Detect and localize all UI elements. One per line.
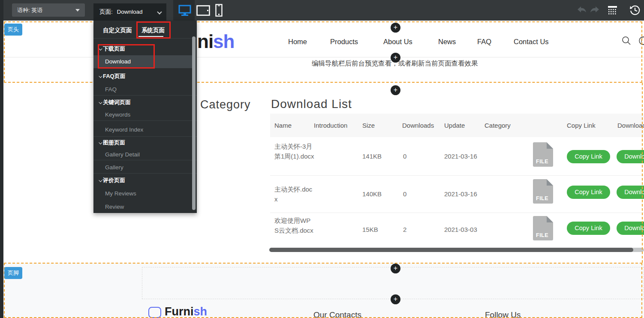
table-row: 主动关怀.docx 140KB 0 2021-03-16 FILE Copy L… bbox=[270, 176, 644, 213]
chevron-down-icon bbox=[157, 9, 162, 14]
menu-item-download[interactable]: Download bbox=[93, 55, 193, 68]
menu-group-review-pages[interactable]: 评价页面 bbox=[99, 177, 125, 184]
page-selector-value: Download bbox=[117, 9, 143, 15]
file-fold-corner bbox=[547, 216, 553, 222]
header-region-badge[interactable]: 页头 bbox=[4, 24, 22, 36]
col-header-category: Category bbox=[485, 122, 511, 129]
footer-logo-text-dark: Furni bbox=[165, 305, 194, 318]
copy-link-button[interactable]: Copy Link bbox=[567, 222, 610, 235]
file-type-icon: FILE bbox=[533, 179, 553, 204]
file-size: 15KB bbox=[362, 226, 378, 233]
add-section-button[interactable]: + bbox=[391, 85, 400, 95]
table-hscrollbar-thumb[interactable] bbox=[269, 248, 633, 252]
caret-down-icon bbox=[75, 9, 80, 12]
file-update-date: 2021-03-16 bbox=[444, 190, 477, 198]
menu-group-gallery-pages[interactable]: 图册页面 bbox=[99, 139, 125, 147]
file-downloads: 0 bbox=[403, 153, 406, 160]
download-button[interactable]: Download bbox=[617, 150, 644, 163]
menu-group-download-pages[interactable]: 下载页面 bbox=[99, 45, 125, 53]
col-header-download: Download bbox=[617, 122, 644, 129]
nav-item-contact-us[interactable]: Contact Us bbox=[514, 38, 549, 46]
chevron-down-icon bbox=[99, 47, 102, 50]
nav-item-news[interactable]: News bbox=[438, 38, 456, 46]
menu-item-keyword-index[interactable]: Keyword Index bbox=[93, 123, 193, 136]
undo-icon[interactable] bbox=[576, 6, 589, 18]
file-downloads: 2 bbox=[403, 226, 406, 233]
add-section-button[interactable]: + bbox=[391, 53, 400, 63]
chevron-down-icon bbox=[99, 178, 102, 182]
file-icon-label: FILE bbox=[536, 195, 548, 201]
download-list-heading: Download List bbox=[271, 97, 352, 111]
menu-item-keywords[interactable]: Keywords bbox=[93, 109, 193, 120]
file-downloads: 0 bbox=[403, 190, 406, 198]
file-name: 主动关怀.docx bbox=[274, 184, 315, 204]
file-icon-label: FILE bbox=[536, 232, 548, 238]
add-section-button[interactable]: + bbox=[391, 294, 400, 304]
col-header-downloads: Downloads bbox=[402, 122, 434, 129]
editor-toolbar: 语种: 英语 页面: Download bbox=[0, 0, 644, 21]
chevron-down-icon bbox=[99, 141, 102, 144]
add-section-button[interactable]: + bbox=[391, 264, 400, 273]
file-name: 主动关怀-3月第1周(1).docx bbox=[274, 141, 315, 161]
tab-system-pages[interactable]: 系统页面 bbox=[141, 27, 165, 34]
copy-link-button[interactable]: Copy Link bbox=[567, 186, 610, 199]
menu-group-faq-pages[interactable]: FAQ页面 bbox=[99, 72, 126, 80]
table-row: 主动关怀-3月第1周(1).docx 141KB 0 2021-03-16 FI… bbox=[270, 137, 644, 176]
language-selector[interactable]: 语种: 英语 bbox=[12, 3, 85, 17]
chevron-down-icon bbox=[99, 100, 102, 104]
footer-region-badge[interactable]: 页脚 bbox=[4, 267, 22, 279]
file-type-icon: FILE bbox=[533, 142, 553, 167]
redo-icon[interactable] bbox=[589, 6, 602, 18]
file-fold-corner bbox=[547, 179, 553, 186]
device-mobile-icon[interactable] bbox=[215, 4, 228, 16]
footer-logo: Furnish bbox=[165, 305, 207, 318]
nav-item-faq[interactable]: FAQ bbox=[477, 38, 491, 46]
menu-item-my-reviews[interactable]: My Reviews bbox=[93, 188, 193, 199]
file-update-date: 2021-03-03 bbox=[444, 226, 477, 233]
file-fold-corner bbox=[547, 142, 553, 149]
download-table-header: Name Introduction Size Downloads Update … bbox=[270, 114, 644, 137]
col-header-update: Update bbox=[444, 122, 465, 129]
language-selector-label: 语种: 英语 bbox=[17, 7, 42, 13]
search-icon[interactable] bbox=[622, 36, 631, 45]
menu-item-gallery[interactable]: Gallery bbox=[93, 162, 193, 173]
col-header-introduction: Introduction bbox=[314, 122, 347, 129]
footer-contacts-heading: Our Contacts bbox=[313, 310, 361, 318]
copy-link-button[interactable]: Copy Link bbox=[567, 150, 610, 163]
file-size: 141KB bbox=[362, 153, 382, 160]
tab-custom-pages[interactable]: 自定义页面 bbox=[103, 27, 132, 34]
footer-follow-heading: Follow Us bbox=[485, 310, 521, 318]
menu-group-keyword-pages[interactable]: 关键词页面 bbox=[99, 99, 131, 106]
menu-item-faq[interactable]: FAQ bbox=[93, 84, 193, 95]
page-selector-prefix: 页面: bbox=[99, 9, 113, 15]
site-logo: nish bbox=[197, 31, 234, 52]
active-tab-underline bbox=[138, 36, 163, 37]
menu-item-review[interactable]: Review bbox=[93, 201, 193, 213]
file-type-icon: FILE bbox=[533, 216, 553, 240]
menu-item-gallery-detail[interactable]: Gallery Detail bbox=[93, 149, 193, 160]
file-update-date: 2021-03-16 bbox=[444, 153, 477, 160]
nav-item-products[interactable]: Products bbox=[330, 38, 358, 46]
site-logo-text-accent: sh bbox=[213, 31, 234, 52]
device-desktop-icon[interactable] bbox=[178, 4, 191, 16]
footer-logo-icon bbox=[148, 307, 161, 318]
globe-icon[interactable] bbox=[638, 36, 644, 45]
chevron-down-icon bbox=[99, 74, 102, 78]
nav-item-home[interactable]: Home bbox=[288, 38, 307, 46]
device-tablet-icon[interactable] bbox=[196, 5, 209, 17]
table-row: 欢迎使用WPS云文档.docx 15KB 2 2021-03-03 FILE C… bbox=[270, 213, 644, 250]
category-heading: Category bbox=[200, 98, 251, 111]
editor-left-gutter bbox=[0, 0, 3, 318]
history-icon[interactable] bbox=[629, 5, 642, 17]
add-section-button[interactable]: + bbox=[391, 23, 400, 33]
nav-item-about-us[interactable]: About Us bbox=[383, 38, 412, 46]
download-button[interactable]: Download bbox=[617, 186, 644, 199]
page-selector[interactable]: 页面: Download bbox=[93, 3, 166, 21]
grid-layout-icon[interactable] bbox=[608, 6, 620, 18]
footer-logo-text-accent: sh bbox=[194, 305, 208, 318]
download-button[interactable]: Download bbox=[617, 222, 644, 235]
file-name: 欢迎使用WPS云文档.docx bbox=[274, 216, 315, 235]
file-size: 140KB bbox=[362, 190, 382, 198]
file-icon-label: FILE bbox=[536, 159, 548, 165]
dropdown-scrollbar-thumb[interactable] bbox=[192, 36, 196, 210]
